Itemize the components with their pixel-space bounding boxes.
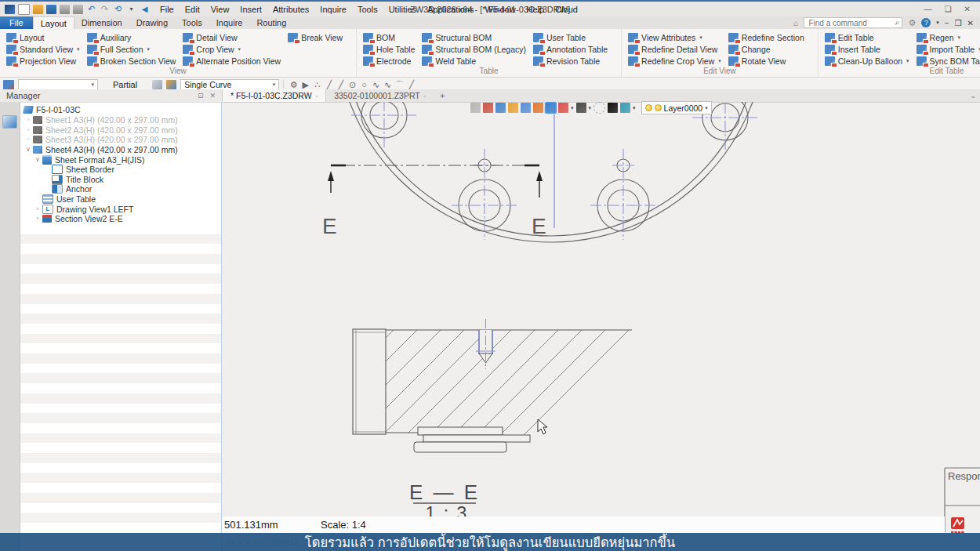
segment-icon[interactable]: ╱ bbox=[405, 80, 417, 90]
detail-view-button[interactable]: Detail View bbox=[183, 31, 281, 43]
dropdown-caret-icon[interactable]: ▾ bbox=[147, 46, 150, 53]
expand-arrow-icon[interactable]: › bbox=[24, 117, 33, 123]
layout-button[interactable]: Layout bbox=[6, 31, 80, 43]
new-file-icon[interactable] bbox=[18, 4, 30, 15]
close2-icon[interactable]: ✕ bbox=[967, 19, 974, 27]
edit-table-button[interactable]: Edit Table bbox=[825, 31, 909, 43]
menu-applications[interactable]: Applications bbox=[422, 5, 479, 14]
history-manager-icon[interactable] bbox=[2, 115, 17, 129]
drawing-canvas[interactable]: * F5-I-01-03C.Z3DRW▫33502-0100001.Z3PRT▫… bbox=[222, 89, 980, 551]
revision-table-button[interactable]: Revision Table bbox=[533, 55, 608, 67]
points-icon[interactable]: ∴ bbox=[311, 80, 323, 90]
dropdown-caret-icon[interactable]: ▾ bbox=[77, 46, 80, 53]
ribbon-tab-file[interactable]: File bbox=[0, 16, 33, 29]
save-icon[interactable] bbox=[46, 5, 56, 14]
command-search[interactable]: ⌕ bbox=[804, 17, 902, 28]
target-blue-icon[interactable] bbox=[546, 103, 556, 113]
dropdown-caret-icon[interactable]: ▾ bbox=[238, 46, 241, 53]
tree-item-sheet2-a3-h-420-00-x-297-00-mm[interactable]: ›Sheet2 A3(H) (420.00 x 297.00 mm) bbox=[20, 125, 221, 135]
auxiliary-button[interactable]: Auxiliary bbox=[87, 31, 176, 43]
image-orange-icon[interactable] bbox=[508, 103, 518, 113]
layer-color-icon[interactable] bbox=[655, 104, 662, 111]
collapse-ribbon-icon[interactable]: ◀ bbox=[140, 5, 150, 14]
dropdown-caret-icon[interactable]: ▾ bbox=[571, 105, 574, 111]
rotate-view-button[interactable]: Rotate View bbox=[728, 55, 804, 67]
black-square-icon[interactable] bbox=[608, 103, 618, 113]
expand-arrow-icon[interactable]: › bbox=[24, 136, 33, 143]
structural-bom-legacy--button[interactable]: Structural BOM (Legacy) bbox=[422, 43, 526, 55]
layer-visibility-icon[interactable] bbox=[645, 104, 652, 111]
exit-view-icon[interactable] bbox=[470, 103, 481, 113]
batch-print-icon[interactable] bbox=[73, 5, 83, 14]
restore-icon[interactable]: ❏ bbox=[945, 5, 952, 13]
drawing-viewport[interactable]: E E bbox=[222, 102, 980, 550]
dropdown-caret-icon[interactable]: ▾ bbox=[633, 105, 636, 111]
expand-arrow-icon[interactable]: ∨ bbox=[33, 157, 42, 163]
tree-item-sheet1-a3-h-420-00-x-297-00-mm[interactable]: ›Sheet1 A3(H) (420.00 x 297.00 mm) bbox=[20, 115, 221, 125]
menu-cloud[interactable]: Cloud bbox=[550, 5, 583, 14]
regen-button[interactable]: Regen▾ bbox=[916, 31, 980, 43]
insert-table-button[interactable]: Insert Table bbox=[825, 43, 909, 55]
dropdown-caret-icon[interactable]: ▾ bbox=[705, 105, 708, 111]
ribbon-tab-tools[interactable]: Tools bbox=[175, 16, 209, 29]
zigzag-icon[interactable]: ∿ bbox=[370, 80, 382, 90]
open-file-icon[interactable] bbox=[33, 5, 43, 14]
redefine-crop-view-button[interactable]: Redefine Crop View▾ bbox=[628, 55, 721, 67]
clean-up-balloon-button[interactable]: Clean-Up Balloon▾ bbox=[825, 55, 909, 67]
tree-item-sheet-border[interactable]: Sheet Border bbox=[20, 165, 221, 175]
ribbon-tab-drawing[interactable]: Drawing bbox=[129, 16, 175, 29]
circle-center-icon[interactable]: ⊙ bbox=[347, 80, 358, 90]
tree-item-sheet4-a3-h-420-00-x-297-00-mm[interactable]: ∨Sheet4 A3(H) (420.00 x 297.00 mm) bbox=[20, 145, 221, 155]
tree-item-title-block[interactable]: Title Block bbox=[20, 174, 221, 184]
break-view-button[interactable]: Break View bbox=[288, 31, 343, 43]
sync-bom-table-with-part-attributes-button[interactable]: Sync BOM Table with Part Attributes bbox=[916, 55, 980, 67]
electrode-button[interactable]: Electrode bbox=[363, 55, 415, 67]
menu-window[interactable]: Window bbox=[479, 5, 521, 14]
ribbon-tab-inquire[interactable]: Inquire bbox=[209, 16, 250, 29]
polyline-icon[interactable]: ╱ bbox=[335, 80, 347, 90]
menu-utilities[interactable]: Utilities bbox=[383, 5, 422, 14]
print-icon[interactable] bbox=[60, 5, 70, 14]
pen-ruler-icon[interactable] bbox=[521, 103, 531, 113]
layer-display-icon[interactable] bbox=[166, 80, 176, 89]
menu-insert[interactable]: Insert bbox=[234, 5, 267, 14]
tree-item-sheet3-a3-h-420-00-x-297-00-mm[interactable]: ›Sheet3 A3(H) (420.00 x 297.00 mm) bbox=[20, 135, 221, 145]
standard-view-button[interactable]: Standard View▾ bbox=[6, 43, 80, 55]
undo-icon[interactable]: ↶ bbox=[86, 5, 96, 14]
close-icon[interactable]: ✕ bbox=[964, 5, 971, 13]
grid-orange-icon[interactable] bbox=[533, 103, 543, 113]
hole-table-button[interactable]: Hole Table bbox=[363, 43, 415, 55]
expand-arrow-icon[interactable]: › bbox=[33, 206, 42, 212]
projection-view-button[interactable]: Projection View bbox=[6, 55, 80, 67]
menu-file[interactable]: File bbox=[154, 5, 180, 14]
panel-dock-icon[interactable]: ⊡ bbox=[198, 92, 204, 100]
brush-blue-icon[interactable] bbox=[495, 103, 506, 113]
full-section-button[interactable]: Full Section▾ bbox=[87, 43, 176, 55]
structural-bom-button[interactable]: Structural BOM bbox=[422, 31, 526, 43]
tree-item-section-view2-e-e[interactable]: ›Section View2 E-E bbox=[20, 214, 221, 224]
manager-toggle-icon[interactable] bbox=[3, 80, 14, 90]
dashed-circle-icon[interactable] bbox=[593, 102, 605, 114]
doc-tab-2[interactable]: 33502-0100001.Z3PRT▫ bbox=[326, 89, 434, 102]
menu-edit[interactable]: Edit bbox=[180, 5, 205, 14]
home-icon[interactable]: ⌂ bbox=[793, 19, 798, 27]
tab-overflow-icon[interactable]: ⌄ bbox=[970, 89, 980, 102]
change-button[interactable]: Change bbox=[728, 43, 804, 55]
tree-item-drawing-view1-left[interactable]: ›Drawing View1 LEFT bbox=[20, 204, 221, 214]
ribbon-tab-routing[interactable]: Routing bbox=[249, 16, 293, 29]
weld-table-button[interactable]: Weld Table bbox=[422, 55, 526, 67]
ribbon-tab-dimension[interactable]: Dimension bbox=[74, 16, 129, 29]
redefine-section-button[interactable]: Redefine Section bbox=[728, 31, 804, 43]
tree-item-user-table[interactable]: User Table bbox=[20, 194, 221, 205]
pencil-red-icon[interactable] bbox=[483, 103, 493, 113]
help-icon[interactable]: ? bbox=[921, 18, 931, 27]
menu-attributes[interactable]: Attributes bbox=[267, 5, 314, 14]
restore2-icon[interactable]: ❐ bbox=[955, 19, 962, 27]
doc-tab-1[interactable]: * F5-I-01-03C.Z3DRW▫ bbox=[222, 89, 326, 102]
dropdown-caret-icon[interactable]: ▾ bbox=[906, 58, 909, 64]
expand-arrow-icon[interactable]: › bbox=[33, 216, 42, 222]
panel-close-icon[interactable]: ✕ bbox=[209, 92, 216, 100]
tree-item-anchor[interactable]: Anchor bbox=[20, 184, 221, 194]
partial-mode-label[interactable]: Partial bbox=[102, 80, 148, 89]
shaded-view-icon[interactable] bbox=[620, 103, 630, 113]
